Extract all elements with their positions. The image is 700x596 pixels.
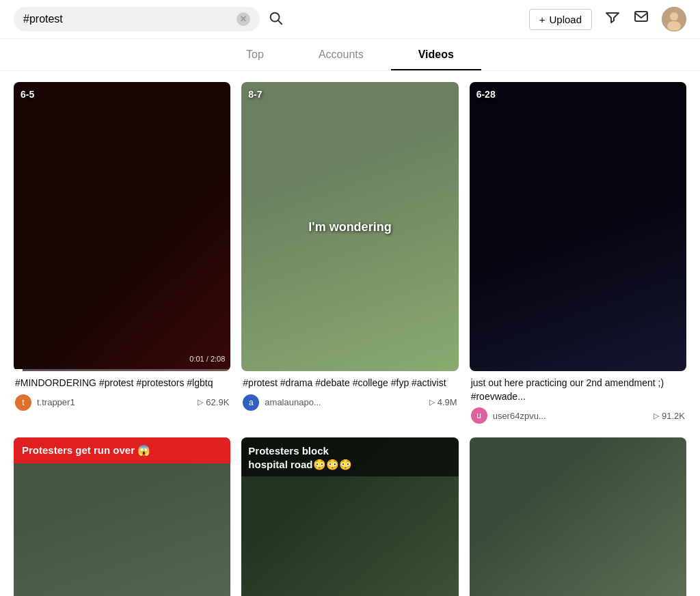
author-avatar[interactable]: a [243,394,259,411]
video-title: #MINDORDERING #protest #protestors #lgbt… [15,377,229,390]
svg-rect-3 [635,12,647,21]
play-count: ▷ 91.2K [654,411,685,421]
svg-marker-2 [606,13,619,23]
video-counter-label: 8-7 [248,89,262,100]
tab-accounts[interactable]: Accounts [291,39,391,70]
video-info: #MINDORDERING #protest #protestors #lgbt… [14,371,230,411]
play-icon: ▷ [429,398,435,407]
play-count: ▷ 4.9M [429,397,457,407]
tab-top[interactable]: Top [219,39,291,70]
video-thumbnail[interactable]: 8-7 I'm wondering [241,82,458,371]
author-username[interactable]: t.trapper1 [37,397,192,407]
filter-icon[interactable] [604,9,621,29]
search-bar: × [14,7,260,31]
svg-point-6 [667,21,681,31]
video-title: just out here practicing our 2nd amendme… [471,377,685,403]
video-info: #protest #drama #debate #college #fyp #a… [241,371,458,411]
svg-line-1 [278,21,282,24]
video-banner: Protesters get run over 😱 [14,437,230,463]
search-button[interactable] [268,10,283,29]
tabs-bar: Top Accounts Videos [0,39,700,71]
header-actions: + Upload [529,7,686,31]
video-grid: 6-5 0:01 / 2:08 #MINDORDERING #protest #… [0,71,700,596]
video-thumbnail[interactable]: 2021-9-13 [470,437,686,596]
video-counter-label: 6-5 [21,89,34,100]
video-thumbnail[interactable]: 6-28 [470,82,686,371]
video-meta: u user64zpvu... ▷ 91.2K [471,407,685,424]
video-title: #protest #drama #debate #college #fyp #a… [243,377,457,390]
messages-icon[interactable] [633,9,649,29]
video-card: Protesters blockhospital road😳😳😳 'If any… [241,437,458,596]
play-icon: ▷ [654,411,659,420]
time-label: 0:01 / 2:08 [189,355,225,363]
author-username[interactable]: amalaunapo... [265,397,423,407]
video-card: 6-28 just out here practicing our 2nd am… [470,82,686,424]
video-counter-label: 6-28 [476,89,496,100]
video-meta: a amalaunapo... ▷ 4.9M [243,394,457,411]
video-thumbnail[interactable]: 6-5 0:01 / 2:08 [14,82,230,371]
upload-plus-icon: + [539,14,546,25]
video-card: 2021-9-13 How did I get stuck at the fro… [470,437,686,596]
play-count-value: 62.9K [206,397,229,407]
author-avatar[interactable]: u [471,407,487,424]
clear-search-button[interactable]: × [237,12,250,26]
video-meta: t t.trapper1 ▷ 62.9K [15,394,229,411]
progress-fill [14,369,23,371]
video-info: just out here practicing our 2nd amendme… [470,371,686,424]
progress-bar [14,369,230,371]
author-username[interactable]: user64zpvu... [493,411,648,421]
header: × + Upload [0,0,700,39]
author-avatar[interactable]: t [15,394,31,411]
search-input[interactable] [23,13,231,25]
svg-point-5 [670,12,678,21]
play-icon: ▷ [198,398,203,407]
video-card: 8-7 I'm wondering #protest #drama #debat… [241,82,458,424]
video-top-overlay: Protesters blockhospital road😳😳😳 [241,437,458,476]
upload-label: Upload [549,14,582,25]
user-avatar[interactable] [662,7,686,31]
play-count-value: 91.2K [662,411,685,421]
video-overlay-text: I'm wondering [308,219,391,234]
play-count-value: 4.9M [438,397,457,407]
video-card: 6-5 0:01 / 2:08 #MINDORDERING #protest #… [14,82,230,424]
video-card: Protesters get run over 😱 2021-10-20 😂😂😭… [14,437,230,596]
tab-videos[interactable]: Videos [391,39,481,70]
video-thumbnail[interactable]: Protesters blockhospital road😳😳😳 'If any… [241,437,458,596]
play-count: ▷ 62.9K [198,397,229,407]
upload-button[interactable]: + Upload [529,9,592,30]
video-thumbnail[interactable]: Protesters get run over 😱 2021-10-20 [14,437,230,596]
